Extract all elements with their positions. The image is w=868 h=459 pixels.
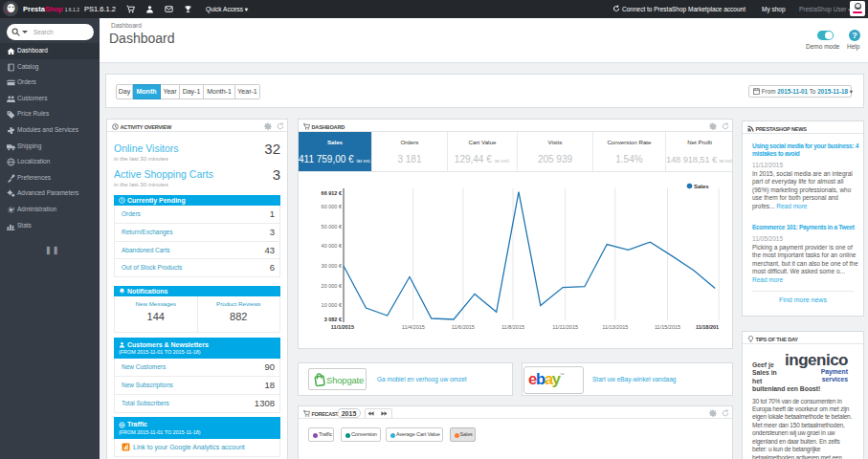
svg-text:11/15/2015: 11/15/2015 <box>655 324 680 330</box>
svg-text:11/18/201: 11/18/201 <box>696 324 719 330</box>
svg-text:11/1/2015: 11/1/2015 <box>331 324 354 330</box>
svg-text:3 082 €: 3 082 € <box>324 317 342 322</box>
svg-text:30 000 €: 30 000 € <box>322 263 342 269</box>
svg-text:11/8/2015: 11/8/2015 <box>501 324 524 330</box>
svg-text:11/6/2015: 11/6/2015 <box>452 324 475 330</box>
svg-text:20 000 €: 20 000 € <box>322 283 342 289</box>
svg-text:50 000 €: 50 000 € <box>322 224 342 230</box>
svg-text:11/13/2015: 11/13/2015 <box>602 324 628 330</box>
svg-text:11/11/2015: 11/11/2015 <box>552 324 578 330</box>
svg-text:40 000 €: 40 000 € <box>322 243 342 249</box>
svg-text:10 000 €: 10 000 € <box>322 302 342 308</box>
svg-text:66 912 €: 66 912 € <box>322 190 342 196</box>
svg-text:11/4/2015: 11/4/2015 <box>402 324 425 330</box>
svg-text:Sales: Sales <box>694 184 709 189</box>
svg-text:60 000 €: 60 000 € <box>322 204 342 209</box>
